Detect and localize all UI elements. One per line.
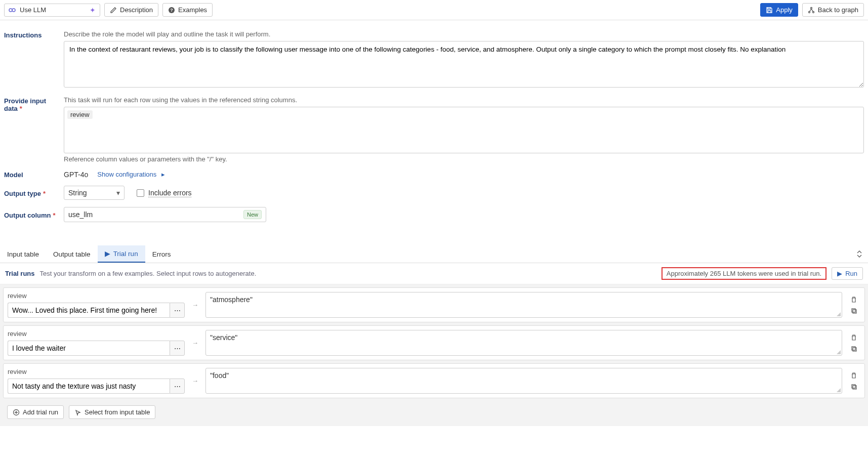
delete-icon[interactable] <box>850 334 857 341</box>
trial-row: review ⋯ → "atmosphere" <box>3 287 865 322</box>
select-from-input-table-button[interactable]: Select from input table <box>69 405 155 419</box>
arrow-right-icon: → <box>190 330 200 356</box>
svg-rect-10 <box>853 348 856 351</box>
copy-icon[interactable] <box>850 345 857 352</box>
output-column-label: Output column* <box>4 211 64 219</box>
svg-rect-7 <box>852 309 855 312</box>
svg-point-5 <box>812 11 814 13</box>
arrow-right-icon: → <box>190 292 200 318</box>
include-errors-label: Include errors <box>148 189 192 197</box>
apply-button[interactable]: Apply <box>760 3 798 17</box>
delete-icon[interactable] <box>850 296 857 303</box>
back-to-graph-button[interactable]: Back to graph <box>802 3 864 17</box>
help-icon: ? <box>168 7 175 14</box>
svg-point-1 <box>12 9 15 12</box>
svg-rect-11 <box>852 385 855 388</box>
play-icon: ▶ <box>105 249 110 258</box>
edit-icon <box>110 7 117 14</box>
trial-runs-list: review ⋯ → "atmosphere" review ⋯ <box>0 284 868 426</box>
svg-point-0 <box>9 9 12 12</box>
model-value: GPT-4o <box>64 171 88 179</box>
token-usage-callout: Approximately 265 LLM tokens were used i… <box>662 267 826 280</box>
trial-output[interactable]: "service" <box>205 330 842 356</box>
trial-runs-title: Trial runs <box>5 270 35 277</box>
output-column-input[interactable]: use_llm New <box>64 207 266 222</box>
include-errors-checkbox[interactable] <box>137 189 144 197</box>
instructions-label: Instructions <box>4 30 64 39</box>
input-data-field[interactable]: review <box>64 107 864 153</box>
input-data-subhint: Reference column values or parameters wi… <box>64 155 864 163</box>
tab-output-table[interactable]: Output table <box>46 246 98 262</box>
run-button[interactable]: ▶ Run <box>832 267 863 280</box>
graph-icon <box>808 7 815 14</box>
node-chip[interactable]: Use LLM ✦ <box>4 4 100 17</box>
arrow-right-icon: → <box>190 368 200 394</box>
output-type-label: Output type* <box>4 189 64 197</box>
chevron-right-icon: ▸ <box>161 171 165 178</box>
plus-circle-icon <box>13 409 20 416</box>
save-icon <box>766 7 773 14</box>
copy-icon[interactable] <box>850 307 857 314</box>
input-data-label: Provide input data* <box>4 96 64 112</box>
node-icon <box>9 7 17 14</box>
trial-row-label: review <box>8 368 185 375</box>
svg-point-4 <box>808 11 810 13</box>
description-button[interactable]: Description <box>104 3 158 17</box>
column-token-review[interactable]: review <box>67 110 93 119</box>
cursor-select-icon <box>74 409 81 416</box>
svg-point-6 <box>810 7 812 9</box>
show-configurations-link[interactable]: Show configurations ▸ <box>97 171 165 178</box>
more-button[interactable]: ⋯ <box>170 341 185 356</box>
svg-rect-12 <box>853 386 856 389</box>
expand-icon[interactable] <box>851 247 868 261</box>
trial-row-label: review <box>8 330 185 338</box>
more-button[interactable]: ⋯ <box>170 303 185 318</box>
trial-row: review ⋯ → "food" <box>3 363 865 398</box>
trial-input[interactable] <box>8 303 170 318</box>
trial-row-label: review <box>8 292 185 300</box>
more-button[interactable]: ⋯ <box>170 378 185 394</box>
input-data-hint: This task will run for each row using th… <box>64 96 864 104</box>
add-trial-run-button[interactable]: Add trial run <box>7 405 64 419</box>
sparkle-icon: ✦ <box>90 6 96 14</box>
svg-text:?: ? <box>170 8 173 13</box>
model-label: Model <box>4 170 64 179</box>
output-type-select[interactable]: String ▾ <box>64 186 125 200</box>
tab-trial-run[interactable]: ▶ Trial run <box>98 245 145 263</box>
svg-rect-8 <box>853 310 856 313</box>
svg-rect-9 <box>852 347 855 350</box>
trial-runs-subtitle: Test your transform on a few examples. S… <box>40 270 257 277</box>
examples-button[interactable]: ? Examples <box>162 3 213 17</box>
trial-input[interactable] <box>8 341 170 356</box>
instructions-textarea[interactable] <box>64 41 864 88</box>
play-icon: ▶ <box>837 270 842 277</box>
copy-icon[interactable] <box>850 383 857 390</box>
trial-output[interactable]: "food" <box>205 368 842 394</box>
node-label: Use LLM <box>20 6 46 14</box>
new-badge: New <box>243 210 262 219</box>
instructions-hint: Describe the role the model will play an… <box>64 30 864 38</box>
trial-row: review ⋯ → "service" <box>3 325 865 360</box>
trial-output[interactable]: "atmosphere" <box>205 292 842 318</box>
results-tabs: Input table Output table ▶ Trial run Err… <box>0 245 868 263</box>
tab-input-table[interactable]: Input table <box>0 246 46 262</box>
delete-icon[interactable] <box>850 372 857 379</box>
chevron-down-icon: ▾ <box>116 189 120 197</box>
tab-errors[interactable]: Errors <box>145 246 178 262</box>
trial-input[interactable] <box>8 378 170 394</box>
